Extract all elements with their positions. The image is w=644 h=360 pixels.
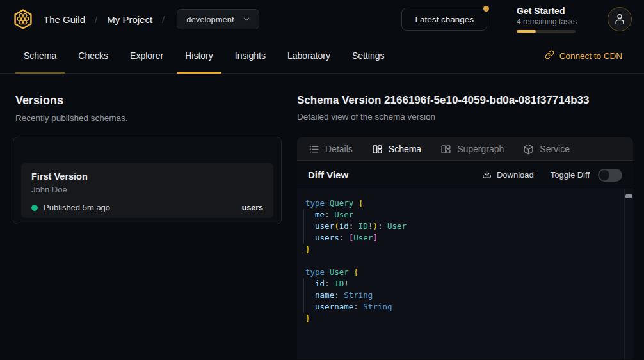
nav-tab-explorer[interactable]: Explorer xyxy=(122,38,172,73)
download-icon xyxy=(482,169,492,181)
app-root: The Guild / My Project / development Lat… xyxy=(0,0,644,359)
avatar[interactable] xyxy=(608,7,632,31)
versions-panel: Versions Recently published schemas. Fir… xyxy=(0,74,297,359)
version-author: John Doe xyxy=(31,185,263,194)
get-started-subtitle: 4 remaining tasks xyxy=(517,17,578,26)
chevron-down-icon xyxy=(242,15,251,24)
download-label: Download xyxy=(497,170,534,180)
nav-tab-schema[interactable]: Schema xyxy=(15,38,65,73)
nav-tab-insights[interactable]: Insights xyxy=(227,38,274,73)
target-selector[interactable]: development xyxy=(177,9,259,29)
version-detail-panel: Schema Version 2166196f-5e10-4059-bd0a-0… xyxy=(297,74,644,359)
get-started-progress-fill xyxy=(517,30,536,33)
latest-changes-button[interactable]: Latest changes xyxy=(401,8,487,31)
page-nav: Schema Checks Explorer History Insights … xyxy=(0,38,644,74)
breadcrumb-separator: / xyxy=(162,14,165,25)
hive-logo-icon[interactable] xyxy=(12,8,35,31)
nav-tab-settings[interactable]: Settings xyxy=(344,38,393,73)
service-name-badge: users xyxy=(242,203,263,212)
version-list-item[interactable]: First Version John Doe Published 5m ago … xyxy=(21,163,273,218)
nav-tab-checks[interactable]: Checks xyxy=(70,38,117,73)
latest-changes-label: Latest changes xyxy=(415,15,474,24)
tab-supergraph[interactable]: Supergraph xyxy=(440,144,504,155)
nav-tab-history[interactable]: History xyxy=(177,38,221,73)
versions-title: Versions xyxy=(15,94,282,107)
toggle-knob xyxy=(599,170,609,180)
layout-icon xyxy=(440,144,451,155)
version-detail-box: Details Schema xyxy=(297,137,633,359)
diff-view-title: Diff View xyxy=(308,169,348,180)
user-icon xyxy=(613,12,626,27)
breadcrumb-org[interactable]: The Guild xyxy=(44,14,85,25)
layout-icon xyxy=(372,144,383,155)
target-selector-value: development xyxy=(186,15,234,24)
editor-scrollbar[interactable] xyxy=(624,189,633,359)
notification-dot xyxy=(483,6,489,12)
get-started-title: Get Started xyxy=(517,6,578,16)
get-started-widget[interactable]: Get Started 4 remaining tasks xyxy=(517,6,578,33)
version-detail-subtitle: Detailed view of the schema version xyxy=(297,112,633,121)
detail-tab-strip: Details Schema xyxy=(297,137,633,161)
code-content: type Query { me: User user(id: ID!): Use… xyxy=(305,198,623,324)
version-title: First Version xyxy=(31,171,263,182)
toggle-diff-label: Toggle Diff xyxy=(551,170,590,180)
diff-view-header: Diff View Download Toggle Diff xyxy=(297,161,633,189)
nav-tab-laboratory[interactable]: Laboratory xyxy=(279,38,339,73)
schema-code-editor[interactable]: type Query { me: User user(id: ID!): Use… xyxy=(297,189,633,359)
version-status: Published 5m ago xyxy=(44,203,110,212)
tab-schema[interactable]: Schema xyxy=(372,144,421,155)
breadcrumb-separator: / xyxy=(95,14,97,25)
tab-service[interactable]: Service xyxy=(523,144,570,155)
versions-subtitle: Recently published schemas. xyxy=(15,113,282,123)
breadcrumb: The Guild / My Project / xyxy=(44,14,165,25)
link-icon xyxy=(545,50,554,61)
version-detail-title: Schema Version 2166196f-5e10-4059-bd0a-0… xyxy=(297,94,633,107)
get-started-progress-bar xyxy=(517,30,576,33)
versions-list-card: First Version John Doe Published 5m ago … xyxy=(13,137,282,224)
diff-toggle[interactable] xyxy=(598,169,622,182)
published-status-dot xyxy=(31,205,38,211)
top-header: The Guild / My Project / development Lat… xyxy=(0,0,644,38)
scrollbar-thumb[interactable] xyxy=(625,194,632,198)
list-icon xyxy=(309,144,319,155)
tab-details[interactable]: Details xyxy=(309,144,353,155)
breadcrumb-project[interactable]: My Project xyxy=(107,14,152,25)
indent-guide xyxy=(303,278,304,313)
box-icon xyxy=(523,144,534,155)
connect-to-cdn-link[interactable]: Connect to CDN xyxy=(545,38,622,73)
download-button[interactable]: Download xyxy=(482,169,534,181)
indent-guide xyxy=(303,209,304,244)
connect-to-cdn-label: Connect to CDN xyxy=(559,51,622,61)
